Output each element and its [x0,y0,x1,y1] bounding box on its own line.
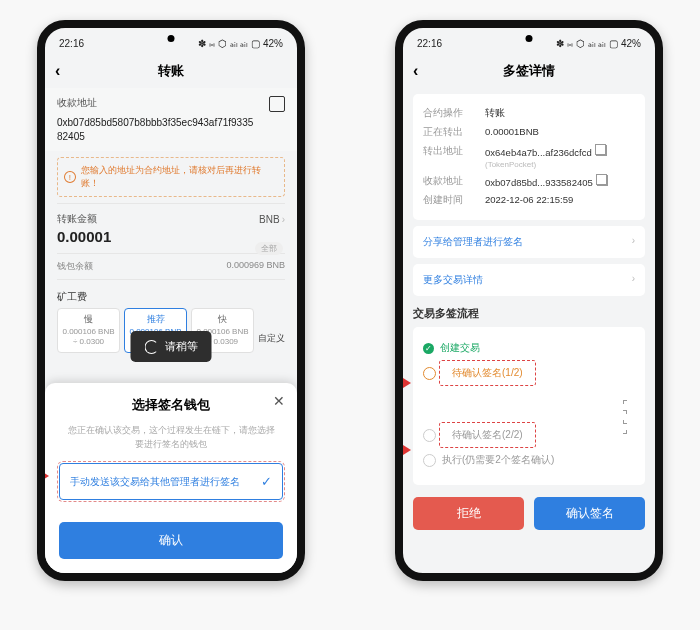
time-label: 创建时间 [423,194,477,207]
op-value: 转账 [485,107,635,120]
copy-icon[interactable] [596,145,607,156]
phone-right-multisig: 22:16 ✽ ⨝ ⬡ ₐᵢₗ ₐᵢₗ ▢ 42% ‹ 多签详情 合约操作转账 … [395,20,663,581]
fee-label: 矿工费 [45,280,297,308]
warning-text: 您输入的地址为合约地址，请核对后再进行转账！ [81,164,278,190]
step-text: 执行(仍需要2个签名确认) [442,453,554,467]
confirm-button[interactable]: 确认 [59,522,283,559]
qr-scan-icon[interactable] [269,96,285,112]
copy-icon[interactable] [597,175,608,186]
fee-l2: ÷ 0.0309 [207,337,238,346]
status-time: 22:16 [59,38,84,49]
more-details-link[interactable]: 更多交易详情 › [413,264,645,296]
link-text: 更多交易详情 [423,273,483,287]
highlight-box: 待确认签名(1/2) [442,363,533,383]
fee-slow[interactable]: 慢 0.000106 BNB ÷ 0.0300 [57,308,120,353]
fee-name: 慢 [61,314,116,325]
fullscreen-icon[interactable] [623,400,635,412]
camera-dot [526,35,533,42]
balance-value: 0.000969 BNB [226,260,285,273]
fee-name: 推荐 [128,314,183,325]
out-value: 0.00001BNB [485,126,635,137]
addr-text: 0x64eb4a7b...af236dcfcd [485,147,592,158]
outaddr-label: 转出地址 [423,145,477,158]
link-text: 分享给管理者进行签名 [423,235,523,249]
option-text: 手动发送该交易给其他管理者进行签名 [70,475,240,489]
annotation-arrow-icon [41,471,49,481]
fee-name: 快 [195,314,250,325]
fee-l2: ÷ 0.0300 [73,337,104,346]
addr-sub: (TokenPocket) [485,160,536,169]
amount-label: 转账金额 [57,212,97,226]
balance-row: 钱包余额 0.000969 BNB [45,254,297,279]
all-in-button[interactable]: 全部 [255,242,283,255]
annotation-arrow-icon [403,378,411,388]
action-buttons: 拒绝 确认签名 [413,497,645,530]
flow-step-execute: 执行(仍需要2个签名确认) [423,449,635,471]
share-link[interactable]: 分享给管理者进行签名 › [413,226,645,258]
addr-text: 0xb07d85bd...933582405 [485,177,593,188]
warning-icon: ! [64,171,76,183]
check-icon: ✓ [261,474,272,489]
unit-selector[interactable]: BNB› [259,214,285,225]
outaddr-value: 0x64eb4a7b...af236dcfcd (TokenPocket) [485,145,635,169]
fee-custom[interactable]: 自定义 [258,332,285,353]
step-text: 创建交易 [440,341,480,355]
balance-label: 钱包余额 [57,260,93,273]
chevron-right-icon: › [632,235,635,249]
flow-card: ✓ 创建交易 待确认签名(1/2) 待确认签名(2/2) 执行(仍需要2个签名确… [413,327,645,485]
contract-warning: ! 您输入的地址为合约地址，请核对后再进行转账！ [57,157,285,197]
flow-step-sign-1[interactable]: 待确认签名(1/2) [423,359,635,387]
unit-text: BNB [259,214,280,225]
close-icon[interactable]: ✕ [273,393,285,409]
recv-section: 收款地址 0xb07d85bd5807b8bbb3f35ec943af71f93… [45,88,297,151]
status-indicators: ✽ ⨝ ⬡ ₐᵢₗ ₐᵢₗ ▢ 42% [198,38,283,49]
flow-step-sign-2[interactable]: 待确认签名(2/2) [423,421,635,449]
out-label: 正在转出 [423,126,477,139]
title-bar: ‹ 多签详情 [403,54,655,88]
recvaddr-value: 0xb07d85bd...933582405 [485,175,635,188]
check-dot-icon: ✓ [423,343,434,354]
confirm-sign-button[interactable]: 确认签名 [534,497,645,530]
status-time: 22:16 [417,38,442,49]
back-icon[interactable]: ‹ [55,62,60,80]
reject-button[interactable]: 拒绝 [413,497,524,530]
recv-address[interactable]: 0xb07d85bd5807b8bbb3f35ec943af71f9335824… [57,116,257,143]
tx-info-card: 合约操作转账 正在转出0.00001BNB 转出地址 0x64eb4a7b...… [413,94,645,220]
chevron-right-icon: › [282,214,285,225]
manual-send-option[interactable]: 手动发送该交易给其他管理者进行签名 ✓ [59,463,283,500]
step-text: 待确认签名(1/2) [452,367,523,378]
status-indicators: ✽ ⨝ ⬡ ₐᵢₗ ₐᵢₗ ▢ 42% [556,38,641,49]
time-value: 2022-12-06 22:15:59 [485,194,635,205]
amount-row: 转账金额 BNB› [45,204,297,228]
page-title: 转账 [158,62,184,80]
phone-left-transfer: 22:16 ✽ ⨝ ⬡ ₐᵢₗ ₐᵢₗ ▢ 42% ‹ 转账 收款地址 0xb0… [37,20,305,581]
loading-toast: 请稍等 [131,331,212,362]
title-bar: ‹ 转账 [45,54,297,88]
camera-dot [168,35,175,42]
spinner-icon [145,340,159,354]
open-dot-icon [423,367,436,380]
op-label: 合约操作 [423,107,477,120]
flow-title: 交易多签流程 [413,306,645,321]
step-text: 待确认签名(2/2) [452,429,523,440]
flow-step-created: ✓ 创建交易 [423,337,635,359]
toast-text: 请稍等 [165,339,198,354]
open-dot-icon [423,454,436,467]
fee-l1: 0.000106 BNB [62,327,114,336]
open-dot-icon [423,429,436,442]
sheet-hint: 您正在确认该交易，这个过程发生在链下，请您选择要进行签名的钱包 [65,424,277,451]
select-wallet-sheet: ✕ 选择签名钱包 您正在确认该交易，这个过程发生在链下，请您选择要进行签名的钱包… [45,383,297,573]
recvaddr-label: 收款地址 [423,175,477,188]
chevron-right-icon: › [632,273,635,287]
recv-label: 收款地址 [57,96,97,110]
page-title: 多签详情 [503,62,555,80]
highlight-box: 待确认签名(2/2) [442,425,533,445]
back-icon[interactable]: ‹ [413,62,418,80]
sheet-title: 选择签名钱包 [59,397,283,414]
annotation-arrow-icon [403,445,411,455]
